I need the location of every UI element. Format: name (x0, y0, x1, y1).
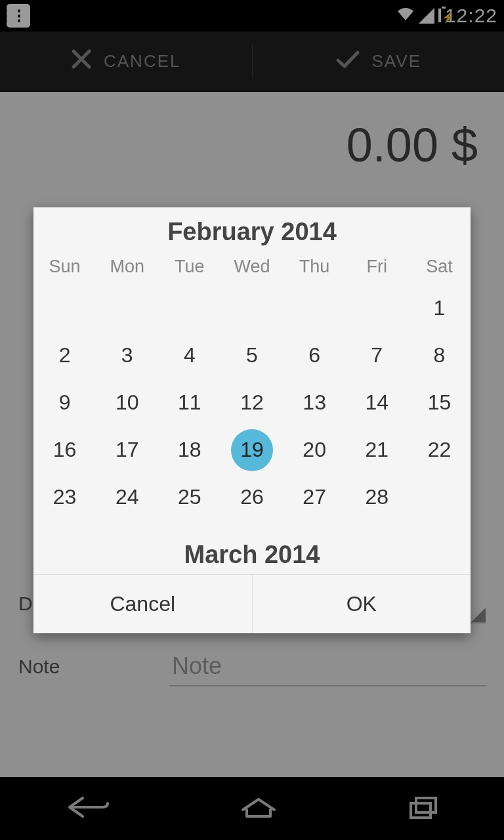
dow-sat: Sat (408, 253, 471, 285)
calendar-day[interactable]: 2 (33, 332, 96, 379)
calendar-body: 1234567891011121314151617181920212223242… (33, 285, 471, 521)
calendar-day[interactable]: 23 (33, 474, 96, 521)
dow-sun: Sun (33, 253, 96, 285)
calendar-week: 1 (33, 285, 471, 332)
calendar-day[interactable]: 6 (284, 332, 346, 379)
calendar-day[interactable]: 13 (284, 379, 346, 427)
calendar-day[interactable]: 17 (96, 427, 158, 474)
dow-fri: Fri (346, 253, 408, 285)
month-title: February 2014 (33, 207, 471, 253)
calendar-week: 2345678 (33, 332, 471, 379)
calendar-day[interactable]: 10 (96, 379, 158, 427)
calendar-day[interactable]: 20 (284, 427, 346, 474)
calendar-week: 232425262728 (33, 474, 471, 521)
calendar-day[interactable]: 8 (408, 332, 471, 379)
calendar-day[interactable]: 4 (158, 332, 220, 379)
dow-mon: Mon (96, 253, 158, 285)
calendar-day[interactable]: 11 (158, 379, 220, 427)
calendar-day[interactable]: 24 (96, 474, 158, 521)
calendar-day[interactable]: 25 (158, 474, 220, 521)
calendar-day[interactable]: 26 (220, 474, 283, 521)
calendar-day[interactable]: 12 (220, 379, 283, 427)
picker-ok-button[interactable]: OK (252, 575, 471, 633)
calendar-day[interactable]: 27 (284, 474, 346, 521)
calendar-day[interactable]: 5 (220, 332, 283, 379)
calendar-day[interactable]: 18 (158, 427, 220, 474)
calendar-day[interactable]: 15 (408, 379, 471, 427)
calendar-day[interactable]: 28 (346, 474, 408, 521)
calendar-day[interactable]: 22 (408, 427, 471, 474)
calendar-day[interactable]: 21 (346, 427, 408, 474)
calendar-day[interactable]: 7 (346, 332, 408, 379)
calendar-week: 16171819202122 (33, 427, 471, 474)
next-month-title: March 2014 (33, 521, 471, 574)
calendar-day[interactable]: 9 (33, 379, 96, 427)
modal-overlay[interactable]: February 2014 Sun Mon Tue Wed Thu Fri Sa… (0, 0, 504, 840)
dialog-buttons: Cancel OK (33, 574, 471, 633)
dow-wed: Wed (220, 253, 283, 285)
calendar-day[interactable]: 16 (33, 427, 96, 474)
calendar-day[interactable]: 19 (220, 427, 283, 474)
calendar-day[interactable]: 1 (408, 285, 471, 332)
calendar-day[interactable]: 3 (96, 332, 158, 379)
dow-thu: Thu (284, 253, 346, 285)
dow-tue: Tue (158, 253, 220, 285)
dow-row: Sun Mon Tue Wed Thu Fri Sat (33, 253, 471, 285)
picker-cancel-button[interactable]: Cancel (33, 575, 252, 633)
calendar-day[interactable]: 14 (346, 379, 408, 427)
calendar-week: 9101112131415 (33, 379, 471, 427)
date-picker-dialog: February 2014 Sun Mon Tue Wed Thu Fri Sa… (33, 207, 471, 633)
